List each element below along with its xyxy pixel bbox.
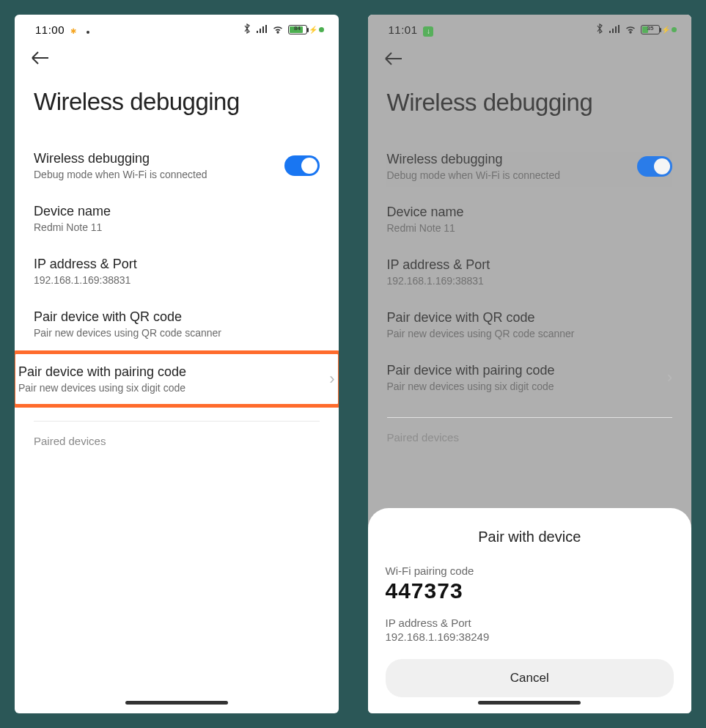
ip-port-title: IP address & Port xyxy=(387,257,673,273)
pairing-code-value: 447373 xyxy=(386,578,674,603)
charging-icon: ⚡ xyxy=(661,26,670,34)
toggle-switch[interactable] xyxy=(284,155,320,176)
download-icon: ↓ xyxy=(423,26,433,37)
pair-qr-title: Pair device with QR code xyxy=(387,310,673,326)
pair-qr-title: Pair device with QR code xyxy=(34,309,320,325)
wifi-icon xyxy=(625,24,636,36)
pair-code-title: Pair device with pairing code xyxy=(18,364,329,380)
signal-icon xyxy=(608,24,620,36)
status-time: 11:01 xyxy=(389,23,418,36)
signal-icon xyxy=(256,24,268,36)
ip-port-title: IP address & Port xyxy=(34,257,320,272)
wireless-debug-toggle-row[interactable]: Wireless debugging Debug mode when Wi-Fi… xyxy=(387,140,673,193)
home-indicator[interactable] xyxy=(478,701,581,705)
cancel-button[interactable]: Cancel xyxy=(386,659,674,697)
pair-code-row[interactable]: Pair device with pairing code Pair new d… xyxy=(387,351,673,404)
page-title: Wireless debugging xyxy=(368,71,692,140)
battery-icon: 35 xyxy=(641,25,660,34)
device-name-value: Redmi Note 11 xyxy=(387,222,673,234)
sheet-ip-label: IP address & Port xyxy=(386,617,674,629)
dot-icon xyxy=(87,31,89,34)
chevron-right-icon: › xyxy=(667,368,672,387)
back-button[interactable] xyxy=(368,43,692,71)
device-name-row[interactable]: Device name Redmi Note 11 xyxy=(387,193,673,246)
toggle-subtitle: Debug mode when Wi-Fi is connected xyxy=(34,169,284,180)
divider xyxy=(387,417,673,418)
device-name-title: Device name xyxy=(34,204,320,219)
pair-bottom-sheet: Pair with device Wi-Fi pairing code 4473… xyxy=(368,508,692,713)
back-button[interactable] xyxy=(15,42,339,70)
pair-code-title: Pair device with pairing code xyxy=(387,363,667,378)
ip-port-value: 192.168.1.169:38831 xyxy=(34,274,320,286)
paired-devices-label: Paired devices xyxy=(34,430,320,452)
pair-code-row[interactable]: Pair device with pairing code Pair new d… xyxy=(15,354,339,404)
wifi-icon xyxy=(272,24,284,36)
toggle-title: Wireless debugging xyxy=(34,151,284,166)
highlighted-pair-code-row: Pair device with pairing code Pair new d… xyxy=(15,350,339,408)
pair-code-subtitle: Pair new devices using six digit code xyxy=(387,380,667,392)
wireless-debug-toggle-row[interactable]: Wireless debugging Debug mode when Wi-Fi… xyxy=(34,139,320,192)
status-bar: 11:00 ✱ 84 ⚡ xyxy=(15,15,339,42)
sheet-title: Pair with device xyxy=(386,529,674,545)
flag-icon: ✱ xyxy=(70,27,76,35)
home-indicator[interactable] xyxy=(125,701,228,705)
battery-icon: 84 xyxy=(288,25,307,34)
status-time: 11:00 xyxy=(35,23,65,36)
charging-icon: ⚡ xyxy=(309,26,317,34)
toggle-switch[interactable] xyxy=(637,156,672,177)
chevron-right-icon: › xyxy=(329,369,334,389)
paired-devices-label: Paired devices xyxy=(387,427,673,448)
pairing-code-label: Wi-Fi pairing code xyxy=(386,565,674,577)
green-dot-icon xyxy=(319,27,324,32)
status-bar: 11:01 ↓ 35 ⚡ xyxy=(368,15,692,43)
toggle-subtitle: Debug mode when Wi-Fi is connected xyxy=(387,169,638,181)
device-name-row[interactable]: Device name Redmi Note 11 xyxy=(34,192,320,245)
ip-port-row[interactable]: IP address & Port 192.168.1.169:38831 xyxy=(387,246,673,298)
device-name-title: Device name xyxy=(387,205,673,220)
page-title: Wireless debugging xyxy=(15,70,339,139)
bluetooth-icon xyxy=(595,23,604,36)
pair-qr-row[interactable]: Pair device with QR code Pair new device… xyxy=(387,298,673,351)
pair-qr-row[interactable]: Pair device with QR code Pair new device… xyxy=(34,298,320,350)
device-name-value: Redmi Note 11 xyxy=(34,221,320,233)
pair-qr-subtitle: Pair new devices using QR code scanner xyxy=(34,327,320,339)
ip-port-row[interactable]: IP address & Port 192.168.1.169:38831 xyxy=(34,245,320,298)
bluetooth-icon xyxy=(243,23,251,36)
green-dot-icon xyxy=(672,27,677,32)
toggle-title: Wireless debugging xyxy=(387,152,638,167)
ip-port-value: 192.168.1.169:38831 xyxy=(387,275,673,287)
pair-code-subtitle: Pair new devices using six digit code xyxy=(18,382,329,394)
pair-qr-subtitle: Pair new devices using QR code scanner xyxy=(387,328,673,339)
sheet-ip-value: 192.168.1.169:38249 xyxy=(386,630,674,643)
divider xyxy=(34,421,320,422)
